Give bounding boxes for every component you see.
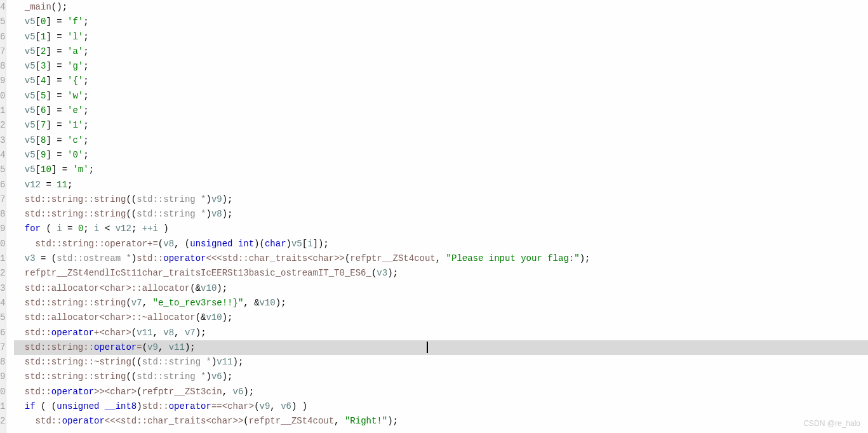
line-number: 8 (0, 207, 4, 222)
line-number: 2 (0, 414, 4, 429)
code-line[interactable]: std::string::string((std::string *)v8); (14, 207, 868, 222)
code-line[interactable]: std::allocator<char>::~allocator(&v10); (14, 310, 868, 325)
code-line[interactable]: v5[2] = 'a'; (14, 44, 868, 59)
code-line-highlighted[interactable]: std::string::operator=(v9, v11); (14, 340, 868, 355)
code-line[interactable]: if ( (unsigned __int8)std::operator==<ch… (14, 399, 868, 414)
watermark: CSDN @re_halo (803, 419, 860, 428)
code-line[interactable]: v5[6] = 'e'; (14, 103, 868, 118)
line-number-gutter: 4 5 6 7 8 9 0 1 2 3 4 5 6 7 8 9 0 1 2 3 … (0, 0, 6, 433)
line-number: 7 (0, 192, 4, 207)
line-number: 8 (0, 355, 4, 370)
line-number: 6 (0, 30, 4, 44)
line-number: 4 (0, 296, 4, 310)
line-number: 3 (0, 281, 4, 296)
line-number: 0 (0, 237, 4, 251)
line-number: 1 (0, 103, 4, 118)
code-line[interactable]: v5[10] = 'm'; (14, 163, 868, 177)
code-line[interactable]: std::string::string((std::string *)v6); (14, 370, 868, 384)
line-number: 7 (0, 340, 4, 355)
line-number: 9 (0, 222, 4, 236)
line-number: 5 (0, 310, 4, 325)
line-number: 9 (0, 370, 4, 384)
code-line[interactable]: v5[0] = 'f'; (14, 15, 868, 29)
line-number: 6 (0, 178, 4, 192)
line-number: 3 (0, 133, 4, 148)
line-number: 1 (0, 251, 4, 266)
line-number: 0 (0, 385, 4, 399)
code-line[interactable]: v5[4] = '{'; (14, 74, 868, 88)
line-number: 9 (0, 74, 4, 88)
code-line[interactable]: v5[9] = '0'; (14, 148, 868, 163)
code-line[interactable]: std::string::~string((std::string *)v11)… (14, 355, 868, 370)
line-number: 4 (0, 0, 4, 15)
code-line[interactable]: std::allocator<char>::allocator(&v10); (14, 281, 868, 296)
code-line[interactable]: v5[1] = 'l'; (14, 30, 868, 44)
line-number: 8 (0, 59, 4, 74)
code-line[interactable]: for ( i = 0; i < v12; ++i ) (14, 222, 868, 236)
code-line[interactable]: std::string::string((std::string *)v9); (14, 192, 868, 207)
code-editor: 4 5 6 7 8 9 0 1 2 3 4 5 6 7 8 9 0 1 2 3 … (0, 0, 868, 433)
code-line[interactable]: std::operator+<char>(v11, v8, v7); (14, 326, 868, 340)
line-number: 1 (0, 399, 4, 414)
line-number: 2 (0, 266, 4, 281)
code-line[interactable]: refptr__ZSt4endlIcSt11char_traitsIcEERSt… (14, 266, 868, 281)
code-line[interactable]: v5[3] = 'g'; (14, 59, 868, 74)
code-line[interactable]: v5[5] = 'w'; (14, 89, 868, 103)
line-number: 7 (0, 44, 4, 59)
text-cursor (427, 342, 428, 353)
code-line[interactable]: _main(); (14, 0, 868, 15)
code-line[interactable]: std::string::operator+=(v8, (unsigned in… (14, 237, 868, 251)
line-number: 5 (0, 15, 4, 29)
line-number: 0 (0, 89, 4, 103)
code-line[interactable]: v3 = (std::ostream *)std::operator<<<std… (14, 251, 868, 266)
code-line[interactable]: std::string::string(v7, "e_to_rev3rse!!}… (14, 296, 868, 310)
code-line[interactable]: std::operator<<<std::char_traits<char>>(… (14, 414, 868, 429)
code-line[interactable]: v5[8] = 'c'; (14, 133, 868, 148)
code-line[interactable]: std::operator>><char>(refptr__ZSt3cin, v… (14, 385, 868, 399)
line-number: 2 (0, 118, 4, 133)
line-number: 4 (0, 148, 4, 163)
code-line[interactable]: v12 = 11; (14, 178, 868, 192)
line-number: 5 (0, 163, 4, 177)
line-number: 6 (0, 326, 4, 340)
code-line[interactable]: v5[7] = '1'; (14, 118, 868, 133)
code-area[interactable]: _main(); v5[0] = 'f'; v5[1] = 'l'; v5[2]… (6, 0, 868, 433)
